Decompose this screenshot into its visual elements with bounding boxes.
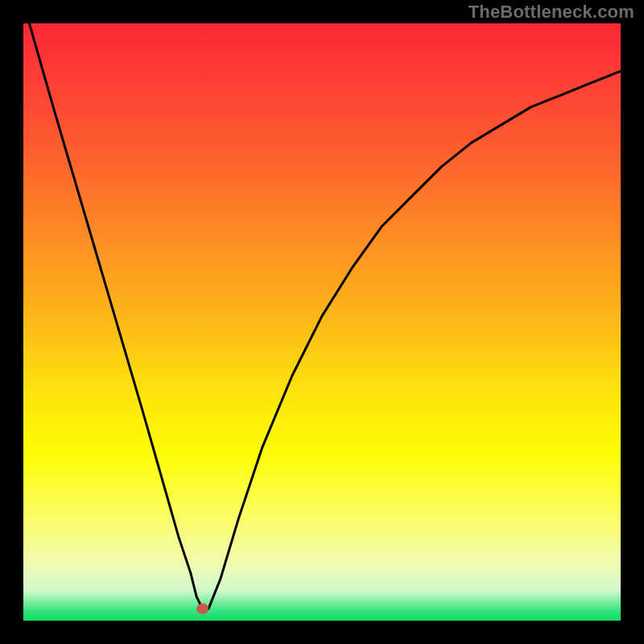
bottleneck-curve <box>29 23 621 609</box>
minimum-marker <box>196 603 208 613</box>
watermark-text: TheBottleneck.com <box>469 2 634 23</box>
chart-svg <box>23 23 621 621</box>
chart-frame: TheBottleneck.com <box>0 0 644 644</box>
plot-container <box>23 23 621 621</box>
